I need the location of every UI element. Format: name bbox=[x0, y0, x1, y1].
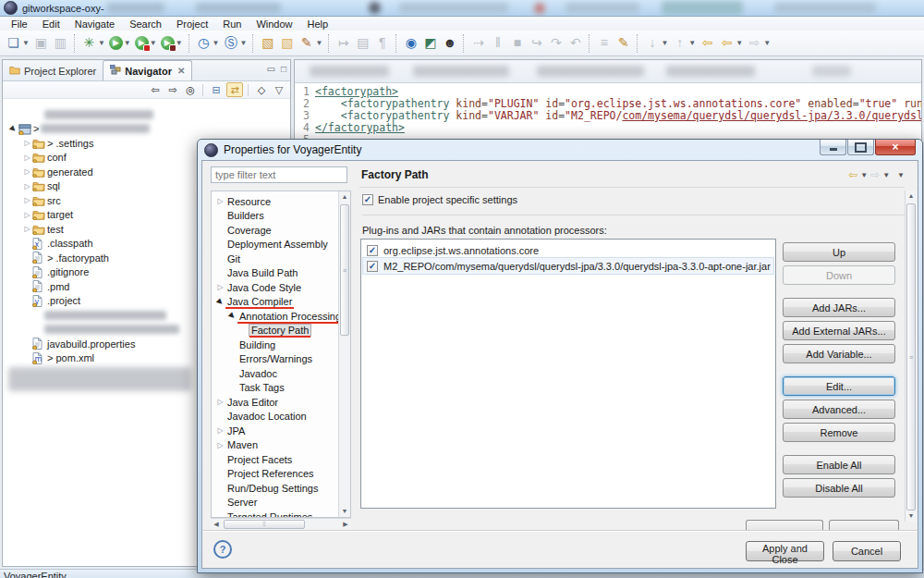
jar-checkbox[interactable] bbox=[367, 245, 378, 256]
prev-annotation-button[interactable]: ↑▼ bbox=[670, 33, 698, 54]
add-jars-button[interactable]: Add JARs... bbox=[783, 298, 895, 317]
back-arrow-icon[interactable]: ⇦ bbox=[848, 168, 857, 181]
menu-item[interactable]: Window bbox=[249, 18, 299, 30]
preferences-tree-item[interactable]: Project References bbox=[212, 467, 338, 482]
disable-all-button[interactable]: Disable All bbox=[783, 478, 895, 498]
maximize-view-icon[interactable]: □ bbox=[281, 64, 286, 74]
preferences-tree-item[interactable]: ▷Maven bbox=[212, 438, 338, 453]
jar-list-item[interactable]: M2_REPO/com/mysema/querydsl/querydsl-jpa… bbox=[363, 258, 773, 274]
dropdown-arrow-icon[interactable]: ▼ bbox=[176, 39, 183, 47]
preferences-tree-item[interactable]: Targeted Runtimes bbox=[212, 510, 338, 517]
remove-button[interactable]: Remove bbox=[783, 423, 895, 442]
build-auto-button[interactable]: ▤ bbox=[353, 33, 372, 54]
preferences-tree-item[interactable]: Server bbox=[212, 496, 338, 510]
page-vertical-scrollbar[interactable]: ▲ ≡ ▼ bbox=[905, 191, 917, 522]
open-file-button[interactable]: ▧ bbox=[277, 33, 297, 54]
down-button[interactable]: Down bbox=[783, 265, 895, 285]
collapse-all-button[interactable]: ⊟ bbox=[209, 83, 224, 96]
up-button[interactable]: Up bbox=[783, 242, 895, 262]
back-history-button[interactable]: ⇦▼ bbox=[717, 33, 745, 54]
disconnect-button[interactable]: ↪ bbox=[527, 33, 546, 54]
view-menu-icon[interactable]: ▼ bbox=[897, 171, 905, 179]
tree-vertical-scrollbar[interactable]: ▲ ≡ ▼ bbox=[338, 191, 350, 517]
advanced-button[interactable]: Advanced... bbox=[783, 400, 895, 419]
preferences-tree-item[interactable]: ▶Annotation Processing bbox=[212, 309, 338, 324]
forward-history-button[interactable]: ⇨▼ bbox=[745, 33, 772, 54]
menu-item[interactable]: Project bbox=[169, 18, 215, 30]
s-globe-button[interactable]: Ⓢ▼ bbox=[222, 33, 249, 54]
dropdown-arrow-icon[interactable]: ▼ bbox=[736, 39, 743, 47]
dropdown-arrow-icon[interactable]: ▼ bbox=[688, 39, 696, 47]
drop-frame-button[interactable]: ↶ bbox=[565, 33, 585, 54]
step-over-button[interactable]: ⇢ bbox=[468, 33, 488, 54]
add-variable-button[interactable]: Add Variable... bbox=[783, 344, 895, 363]
add-external-jars-button[interactable]: Add External JARs... bbox=[783, 321, 895, 340]
expand-arrow-icon[interactable]: ▷ bbox=[215, 398, 225, 406]
forward-arrow-icon[interactable]: ⇨ bbox=[870, 168, 880, 181]
preferences-tree-item[interactable]: Project Facets bbox=[212, 452, 338, 467]
preferences-tree-item[interactable]: ▷Resource bbox=[212, 194, 338, 209]
preferences-tree[interactable]: ▷ResourceBuildersCoverageDeployment Asse… bbox=[212, 194, 338, 517]
preferences-tree-item[interactable]: ▷Java Editor bbox=[212, 395, 338, 410]
preferences-tree-item[interactable]: Building bbox=[212, 338, 338, 352]
preferences-tree-item[interactable]: Builders bbox=[212, 209, 338, 224]
expand-arrow-icon[interactable]: ▷ bbox=[22, 225, 32, 233]
external-tools-button[interactable]: ✎ bbox=[614, 33, 633, 54]
stop-button[interactable]: ■ bbox=[507, 33, 527, 54]
menu-item[interactable]: Search bbox=[122, 18, 169, 30]
step-return-button[interactable]: ↷ bbox=[546, 33, 565, 54]
edit-button[interactable]: Edit... bbox=[783, 376, 895, 396]
profile-button[interactable]: ▶▼ bbox=[159, 33, 185, 54]
back-dropdown-icon[interactable]: ▼ bbox=[860, 171, 868, 179]
preferences-tree-item[interactable]: Factory Path bbox=[212, 324, 338, 338]
forward-dropdown-icon[interactable]: ▼ bbox=[882, 171, 890, 179]
close-tab-icon[interactable]: ✕ bbox=[177, 66, 185, 76]
back-button[interactable]: ⇦ bbox=[148, 83, 163, 96]
menu-item[interactable]: Edit bbox=[35, 18, 67, 30]
expand-arrow-icon[interactable]: ▷ bbox=[215, 197, 225, 205]
go-into-button[interactable]: ◎ bbox=[183, 83, 198, 96]
preferences-tree-item[interactable]: Run/Debug Settings bbox=[212, 481, 338, 496]
preferences-tree-item[interactable]: Javadoc bbox=[212, 366, 338, 381]
filters-button[interactable]: ◇ bbox=[254, 83, 269, 96]
preferences-tree-item[interactable]: Deployment Assembly bbox=[212, 238, 338, 252]
run-button[interactable]: ▶▼ bbox=[107, 33, 133, 54]
tab-navigator[interactable]: Navigator ✕ bbox=[103, 60, 192, 80]
jar-checkbox[interactable] bbox=[367, 261, 378, 272]
expand-arrow-icon[interactable]: ▷ bbox=[22, 196, 32, 204]
java-search-button[interactable]: ◩ bbox=[420, 33, 440, 54]
menu-item[interactable]: Run bbox=[215, 18, 249, 30]
dropdown-arrow-icon[interactable]: ▼ bbox=[661, 39, 668, 47]
open-folder-button[interactable]: ▧ bbox=[258, 33, 277, 54]
preferences-tree-item[interactable]: Task Tags bbox=[212, 381, 338, 396]
link-with-editor-button[interactable]: ⇄ bbox=[226, 82, 243, 97]
expand-arrow-icon[interactable]: ▷ bbox=[22, 211, 32, 219]
dropdown-arrow-icon[interactable]: ▼ bbox=[22, 39, 30, 47]
expand-arrow-icon[interactable]: ▷ bbox=[22, 167, 32, 176]
enable-all-button[interactable]: Enable All bbox=[783, 455, 895, 474]
dropdown-arrow-icon[interactable]: ▼ bbox=[763, 39, 771, 47]
show-whitespace-button[interactable]: ¶ bbox=[372, 33, 392, 54]
dropdown-arrow-icon[interactable]: ▼ bbox=[124, 39, 131, 47]
preferences-tree-item[interactable]: ▷JPA bbox=[212, 424, 338, 438]
dropdown-arrow-icon[interactable]: ▼ bbox=[213, 39, 220, 47]
expand-arrow-icon[interactable]: ▷ bbox=[215, 283, 225, 291]
run-last-tool-button[interactable]: ≡ bbox=[594, 33, 614, 54]
dropdown-arrow-icon[interactable]: ▼ bbox=[150, 39, 157, 47]
user-profile-button[interactable]: ☻ bbox=[440, 33, 459, 54]
apply-and-close-button[interactable]: Apply and Close bbox=[746, 541, 824, 561]
minimize-view-icon[interactable]: ▭ bbox=[267, 64, 275, 74]
preferences-tree-item[interactable]: Errors/Warnings bbox=[212, 352, 338, 367]
expand-arrow-icon[interactable]: ▷ bbox=[22, 182, 32, 191]
expand-arrow-icon[interactable]: ▷ bbox=[215, 426, 225, 435]
preferences-tree-item[interactable]: ▶Java Compiler bbox=[212, 295, 338, 310]
tree-horizontal-scrollbar[interactable]: ◀ ⦙⦙ ▶ bbox=[211, 518, 351, 530]
preferences-tree-item[interactable]: ▷Java Code Style bbox=[212, 280, 338, 295]
dialog-titlebar[interactable]: Properties for VoyagerEntity bbox=[198, 140, 922, 160]
jar-list[interactable]: org.eclipse.jst.ws.annotations.coreM2_RE… bbox=[360, 239, 776, 509]
dropdown-arrow-icon[interactable]: ▼ bbox=[98, 39, 105, 47]
dropdown-arrow-icon[interactable]: ▼ bbox=[315, 39, 322, 47]
expand-arrow-icon[interactable]: ▷ bbox=[215, 441, 225, 449]
tree-item[interactable]: ▶> bbox=[3, 122, 290, 137]
preferences-tree-item[interactable]: Git bbox=[212, 252, 338, 266]
